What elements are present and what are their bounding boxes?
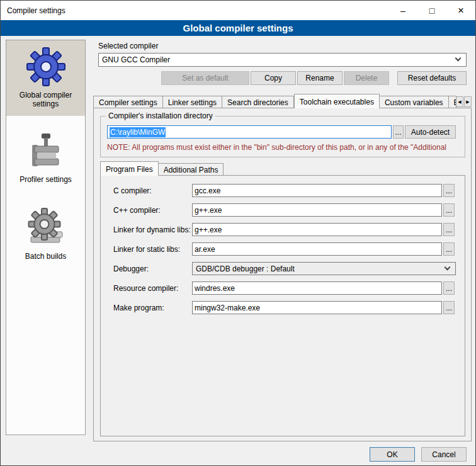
installation-directory-value: C:\raylib\MinGW	[110, 127, 166, 137]
page-title: Global compiler settings	[1, 20, 475, 36]
titlebar[interactable]: Compiler settings – □ ×	[1, 1, 475, 20]
blue-gear-icon	[26, 47, 66, 87]
chevron-down-icon	[455, 55, 462, 62]
category-sidebar: Global compiler settings Profiler settin…	[6, 40, 86, 435]
minimize-icon[interactable]: –	[388, 1, 417, 20]
tab-build-options[interactable]: Build options	[449, 96, 456, 108]
tab-linker-settings[interactable]: Linker settings	[163, 96, 222, 108]
delete-button: Delete	[344, 71, 389, 85]
installation-note: NOTE: All programs must exist either in …	[107, 143, 461, 152]
tab-toolchain-executables[interactable]: Toolchain executables	[294, 94, 380, 108]
rename-button[interactable]: Rename	[297, 71, 343, 85]
field-row-static-linker: Linker for static libs: ...	[101, 242, 465, 256]
static-linker-input[interactable]	[192, 242, 442, 256]
field-row-cpp-compiler: C++ compiler: ...	[101, 203, 465, 217]
sidebar-item-label: Batch builds	[14, 252, 77, 261]
tab-custom-variables[interactable]: Custom variables	[380, 96, 449, 108]
field-label: Resource compiler:	[113, 284, 178, 293]
field-row-debugger: Debugger: GDB/CDB debugger : Default	[101, 262, 465, 275]
tab-compiler-settings[interactable]: Compiler settings	[93, 96, 163, 108]
field-label: C++ compiler:	[113, 206, 161, 215]
browse-button[interactable]: ...	[443, 223, 455, 236]
field-label: Debugger:	[113, 264, 149, 273]
sidebar-item-global-compiler-settings[interactable]: Global compiler settings	[6, 40, 85, 116]
debugger-select-value: GDB/CDB debugger : Default	[196, 264, 295, 273]
sidebar-item-profiler-settings[interactable]: Profiler settings	[6, 125, 85, 191]
cancel-button[interactable]: Cancel	[421, 447, 467, 462]
cpp-compiler-input[interactable]	[192, 203, 442, 217]
installation-directory-input[interactable]: C:\raylib\MinGW	[107, 125, 392, 139]
sidebar-item-batch-builds[interactable]: Batch builds	[6, 202, 85, 268]
close-icon[interactable]: ×	[446, 1, 475, 20]
installation-directory-group-title: Compiler's installation directory	[106, 111, 215, 120]
copy-button[interactable]: Copy	[251, 71, 296, 85]
chevron-down-icon	[445, 264, 451, 270]
browse-button[interactable]: ...	[443, 281, 455, 295]
set-as-default-button: Set as default	[161, 71, 249, 85]
reset-defaults-button[interactable]: Reset defaults	[397, 71, 467, 85]
c-compiler-input[interactable]	[192, 184, 442, 197]
sidebar-item-label: Global compiler settings	[14, 91, 77, 108]
tab-scroll-right-icon[interactable]: ▶	[464, 96, 472, 107]
dynamic-linker-input[interactable]	[192, 223, 442, 236]
field-label: Make program:	[113, 304, 164, 312]
profiler-icon	[26, 131, 66, 171]
installation-directory-group: Compiler's installation directory C:\ray…	[100, 116, 465, 157]
program-files-page: C compiler: ... C++ compiler: ... Linker…	[100, 175, 465, 436]
tab-search-directories[interactable]: Search directories	[222, 96, 294, 108]
auto-detect-button[interactable]: Auto-detect	[405, 125, 456, 139]
program-files-tabbar: Program Files Additional Paths	[100, 161, 352, 176]
browse-button[interactable]: ...	[443, 184, 455, 197]
compiler-select[interactable]: GNU GCC Compiler	[98, 53, 467, 67]
subtab-program-files[interactable]: Program Files	[100, 161, 159, 176]
compiler-select-value: GNU GCC Compiler	[102, 55, 170, 64]
tab-scroll-left-icon[interactable]: ◀	[456, 96, 463, 107]
selected-compiler-label: Selected compiler	[98, 42, 158, 50]
ok-button[interactable]: OK	[370, 447, 415, 462]
resource-compiler-input[interactable]	[192, 281, 442, 295]
field-row-c-compiler: C compiler: ...	[101, 184, 465, 197]
compiler-settings-window: Compiler settings – □ × Global compiler …	[0, 0, 476, 466]
browse-button[interactable]: ...	[443, 203, 455, 217]
sidebar-item-label: Profiler settings	[14, 175, 77, 184]
window-title: Compiler settings	[1, 6, 65, 15]
installation-directory-browse-button[interactable]: ...	[393, 125, 404, 139]
browse-button[interactable]: ...	[443, 301, 455, 314]
make-program-input[interactable]	[192, 301, 442, 314]
field-row-dynamic-linker: Linker for dynamic libs: ...	[101, 223, 465, 236]
field-row-make-program: Make program: ...	[101, 301, 465, 314]
browse-button[interactable]: ...	[443, 242, 455, 256]
field-label: C compiler:	[113, 186, 152, 195]
subtab-additional-paths[interactable]: Additional Paths	[159, 163, 224, 176]
gray-gear-icon	[26, 208, 66, 248]
field-label: Linker for dynamic libs:	[113, 225, 191, 234]
field-row-resource-compiler: Resource compiler: ...	[101, 281, 465, 295]
maximize-icon[interactable]: □	[417, 1, 446, 20]
window-controls: – □ ×	[388, 1, 475, 20]
main-tabbar: Compiler settings Linker settings Search…	[93, 94, 456, 108]
field-label: Linker for static libs:	[113, 245, 180, 254]
debugger-select[interactable]: GDB/CDB debugger : Default	[192, 262, 456, 275]
